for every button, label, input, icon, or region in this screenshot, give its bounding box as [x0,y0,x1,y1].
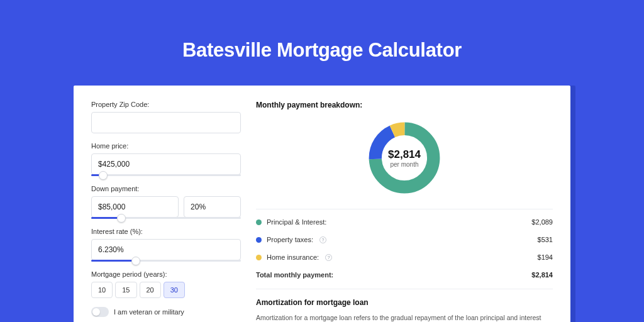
total-row: Total monthly payment: $2,814 [256,266,553,284]
zip-field: Property Zip Code: [91,101,241,133]
inputs-column: Property Zip Code: Home price: Down paym… [91,101,241,322]
breakdown-column: Monthly payment breakdown: $2,814 per mo… [256,101,553,322]
zip-label: Property Zip Code: [91,101,241,108]
divider [256,209,553,209]
down-payment-label: Down payment: [91,185,241,192]
home-price-field: Home price: [91,142,241,176]
down-payment-amount-input[interactable] [91,196,179,218]
total-label: Total monthly payment: [256,271,333,279]
breakdown-value: $194 [538,253,553,261]
period-button-20[interactable]: 20 [140,282,161,298]
donut-amount: $2,814 [388,148,421,161]
breakdown-label: Property taxes: [267,236,313,243]
calculator-card: Property Zip Code: Home price: Down paym… [74,86,570,322]
amortization-section: Amortization for mortgage loan Amortizat… [256,289,553,322]
period-label: Mortgage period (years): [91,270,241,278]
home-price-label: Home price: [91,142,241,150]
legend-dot-icon [256,219,262,225]
breakdown-label: Home insurance: [267,253,319,261]
breakdown-row: Home insurance:?$194 [256,248,553,266]
info-icon[interactable]: ? [319,236,326,243]
breakdown-row: Property taxes:?$531 [256,231,553,248]
breakdown-heading: Monthly payment breakdown: [256,101,553,109]
zip-input[interactable] [91,112,241,133]
veteran-label: I am veteran or military [114,308,184,316]
period-button-30[interactable]: 30 [164,282,185,298]
interest-slider[interactable] [91,260,241,262]
amortization-heading: Amortization for mortgage loan [256,298,553,307]
interest-field: Interest rate (%): [91,228,241,262]
down-payment-field: Down payment: [91,185,241,219]
legend-dot-icon [256,255,262,260]
interest-label: Interest rate (%): [91,228,241,235]
amortization-text: Amortization for a mortgage loan refers … [256,313,553,322]
donut-sub: per month [390,161,418,168]
total-value: $2,814 [531,271,553,279]
period-field: Mortgage period (years): 10152030 [91,270,241,298]
down-payment-slider[interactable] [91,217,241,219]
breakdown-value: $2,089 [531,218,553,226]
home-price-input[interactable] [91,153,241,175]
home-price-slider[interactable] [91,174,241,176]
breakdown-value: $531 [538,236,553,243]
interest-input[interactable] [91,239,241,260]
breakdown-row: Principal & Interest:$2,089 [256,213,553,231]
home-price-slider-handle[interactable] [99,171,108,180]
period-button-10[interactable]: 10 [91,282,113,298]
donut-chart-wrap: $2,814 per month [256,116,553,205]
page-title: Batesville Mortgage Calculator [0,39,644,62]
period-button-15[interactable]: 15 [115,282,136,298]
donut-chart: $2,814 per month [366,119,443,196]
legend-dot-icon [256,237,262,243]
veteran-toggle[interactable] [91,307,109,317]
breakdown-label: Principal & Interest: [267,218,326,226]
veteran-row: I am veteran or military [91,307,241,317]
down-payment-slider-handle[interactable] [117,214,126,223]
interest-slider-handle[interactable] [131,257,140,265]
down-payment-pct-input[interactable] [184,196,241,218]
info-icon[interactable]: ? [325,254,332,261]
